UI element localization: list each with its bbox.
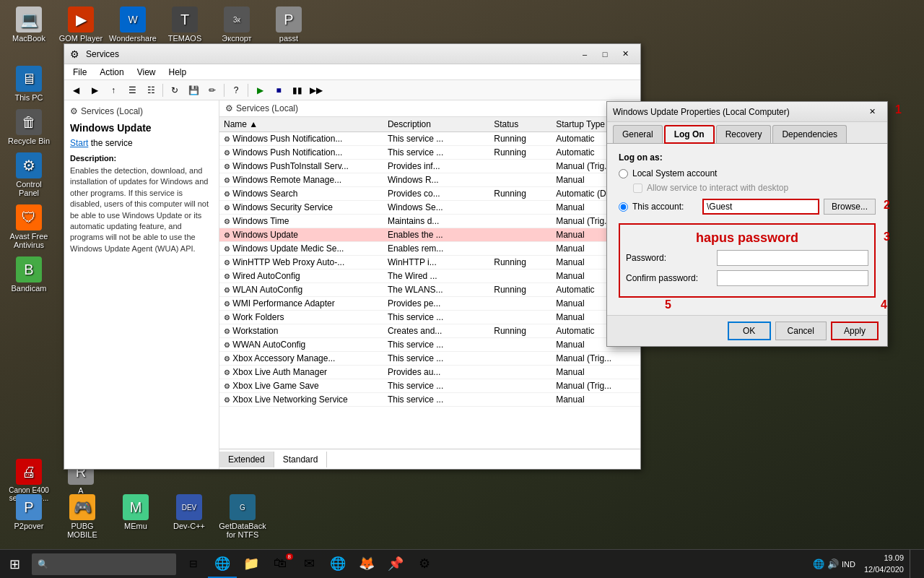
toolbar-show-hide[interactable]: ☰ — [123, 82, 141, 98]
tab-dependencies[interactable]: Dependencies — [772, 125, 847, 143]
desktop-icon-pubg[interactable]: 🎮 PUBG MOBILE — [57, 491, 108, 542]
service-name-cell: ⚙ WWAN AutoConfig — [219, 338, 383, 352]
local-system-radio[interactable] — [619, 169, 628, 178]
menu-view[interactable]: View — [131, 66, 162, 79]
start-service-link[interactable]: Start — [70, 138, 88, 148]
desktop-icon-avast[interactable]: 🛡 Avast Free Antivirus — [4, 202, 54, 252]
clock-date: 12/04/2020 — [864, 564, 904, 575]
start-button[interactable]: ⊞ — [0, 550, 29, 579]
toolbar-help[interactable]: ? — [227, 82, 245, 98]
taskbar-app-chrome[interactable]: 🌐 — [323, 551, 352, 578]
volume-icon[interactable]: 🔊 — [827, 558, 839, 569]
cancel-button[interactable]: Cancel — [775, 322, 827, 340]
table-row[interactable]: ⚙ WinHTTP Web Proxy Auto-... WinHTTP i..… — [219, 256, 640, 269]
table-row[interactable]: ⚙ Windows Remote Manage... Windows R... … — [219, 173, 640, 187]
network-icon[interactable]: 🌐 — [813, 558, 824, 569]
table-row[interactable]: ⚙ WLAN AutoConfig The WLANS... Running A… — [219, 283, 640, 297]
desktop-icon-recycle[interactable]: 🗑 Recycle Bin — [4, 106, 54, 148]
taskbar-clock[interactable]: 19.09 12/04/2020 — [858, 553, 910, 575]
desktop-icon-devcpp[interactable]: DEV Dev-C++ — [164, 491, 214, 542]
local-system-label: Local System account — [632, 168, 717, 178]
confirm-password-input[interactable] — [717, 270, 868, 286]
apply-button[interactable]: Apply — [831, 322, 879, 340]
toolbar-back[interactable]: ◀ — [67, 82, 84, 98]
taskbar-app-store[interactable]: 🛍 8 — [266, 551, 295, 578]
desktop-icon-p2power[interactable]: P P2pover — [4, 491, 54, 542]
menu-help[interactable]: Help — [163, 66, 193, 79]
table-row[interactable]: ⚙ Work Folders This service ... Manual — [219, 311, 640, 324]
toolbar-up[interactable]: ↑ — [105, 82, 122, 98]
tab-logon[interactable]: Log On — [664, 125, 715, 144]
service-name-cell: ⚙ Windows Update — [219, 228, 383, 242]
service-name: Windows Update — [70, 122, 213, 134]
menu-action[interactable]: Action — [94, 66, 129, 79]
services-table[interactable]: Name ▲ Description Status Startup Type ⚙… — [219, 117, 640, 449]
taskbar-app-pin[interactable]: 📌 — [381, 551, 410, 578]
desktop-icon-bandicam[interactable]: B Bandicam — [4, 254, 54, 296]
table-row[interactable]: ⚙ Workstation Creates and... Running Aut… — [219, 324, 640, 338]
toolbar-play[interactable]: ▶ — [251, 82, 269, 98]
services-titlebar[interactable]: ⚙ Services – □ ✕ — [64, 44, 640, 64]
desktop-icon-control[interactable]: ⚙ Control Panel — [4, 150, 54, 200]
browse-button[interactable]: Browse... — [824, 199, 876, 215]
toolbar-export[interactable]: 💾 — [185, 82, 202, 98]
col-desc-header[interactable]: Description — [383, 117, 489, 132]
table-row[interactable]: ⚙ Wired AutoConfig The Wired ... Manual — [219, 269, 640, 283]
password-input[interactable] — [717, 250, 868, 266]
close-button[interactable]: ✕ — [616, 47, 635, 61]
table-row[interactable]: ⚙ Windows Update Enables the ... Manual — [219, 228, 640, 242]
desktop-icon-thispc[interactable]: 🖥 This PC — [4, 63, 54, 105]
tab-extended[interactable]: Extended — [219, 452, 274, 467]
taskbar-app-firefox[interactable]: 🦊 — [352, 551, 381, 578]
table-row[interactable]: ⚙ WWAN AutoConfig This service ... Manua… — [219, 338, 640, 352]
desktop-icon-memu[interactable]: M MEmu — [110, 491, 161, 542]
dialog-close-button[interactable]: ✕ — [863, 105, 881, 119]
taskbar-app-explorer[interactable]: 📁 — [237, 551, 266, 578]
toolbar-list[interactable]: ☷ — [142, 82, 160, 98]
table-row[interactable]: ⚙ Xbox Live Auth Manager Provides au... … — [219, 366, 640, 379]
taskbar-search[interactable]: 🔍 — [32, 553, 176, 575]
ok-button[interactable]: OK — [728, 322, 771, 340]
tab-standard[interactable]: Standard — [274, 452, 328, 467]
minimize-button[interactable]: – — [575, 47, 594, 61]
table-row[interactable]: ⚙ Windows Time Maintains d... Manual (Tr… — [219, 215, 640, 228]
dialog-titlebar[interactable]: Windows Update Properties (Local Compute… — [607, 102, 887, 122]
maximize-button[interactable]: □ — [596, 47, 614, 61]
table-row[interactable]: ⚙ Windows Security Service Windows Se...… — [219, 201, 640, 215]
desktop-icon-getdata[interactable]: G GetDataBack for NTFS — [217, 491, 268, 542]
tab-recovery[interactable]: Recovery — [716, 125, 772, 143]
table-row[interactable]: ⚙ Xbox Live Game Save This service ... M… — [219, 379, 640, 393]
toolbar-forward[interactable]: ▶ — [86, 82, 103, 98]
taskbar-app-settings[interactable]: ⚙ — [410, 551, 439, 578]
this-account-radio[interactable] — [619, 202, 628, 212]
service-name-cell: ⚙ Work Folders — [219, 311, 383, 324]
desktop-icon-macbook[interactable]: 💻 MacBook — [4, 4, 54, 54]
this-account-input[interactable] — [702, 199, 819, 215]
table-row[interactable]: ⚙ Windows Push Notification... This serv… — [219, 146, 640, 160]
taskbar-app-edge[interactable]: 🌐 — [208, 551, 237, 578]
menu-file[interactable]: File — [67, 66, 92, 79]
toolbar-refresh[interactable]: ↻ — [166, 82, 183, 98]
tab-general[interactable]: General — [613, 125, 663, 143]
description-label: Description: — [70, 154, 213, 163]
col-name-header[interactable]: Name ▲ — [219, 117, 383, 132]
toolbar-stop[interactable]: ■ — [270, 82, 287, 98]
table-row[interactable]: ⚙ WMI Performance Adapter Provides pe...… — [219, 297, 640, 311]
show-desktop-button[interactable] — [910, 550, 924, 579]
toolbar-restart[interactable]: ▶▶ — [308, 82, 325, 98]
col-status-header[interactable]: Status — [489, 117, 552, 132]
toolbar-properties[interactable]: ✏ — [204, 82, 221, 98]
notification-icons: 🌐 🔊 IND — [810, 558, 858, 569]
table-row[interactable]: ⚙ Windows Push Notification... This serv… — [219, 132, 640, 146]
table-row[interactable]: ⚙ Windows PushToInstall Serv... Provides… — [219, 160, 640, 173]
table-row[interactable]: ⚙ Xbox Live Networking Service This serv… — [219, 393, 640, 407]
table-row[interactable]: ⚙ Xbox Accessory Manage... This service … — [219, 352, 640, 366]
services-list-header: ⚙ Services (Local) — [219, 100, 640, 117]
toolbar-pause[interactable]: ▮▮ — [289, 82, 306, 98]
table-row[interactable]: ⚙ Windows Update Medic Se... Enables rem… — [219, 242, 640, 256]
table-row[interactable]: ⚙ Windows Search Provides co... Running … — [219, 187, 640, 201]
taskbar-app-mail[interactable]: ✉ — [295, 551, 323, 578]
allow-interact-checkbox[interactable] — [633, 184, 642, 193]
taskbar-app-taskview[interactable]: ⊟ — [179, 551, 208, 578]
service-desc-cell: Provides inf... — [383, 160, 489, 173]
